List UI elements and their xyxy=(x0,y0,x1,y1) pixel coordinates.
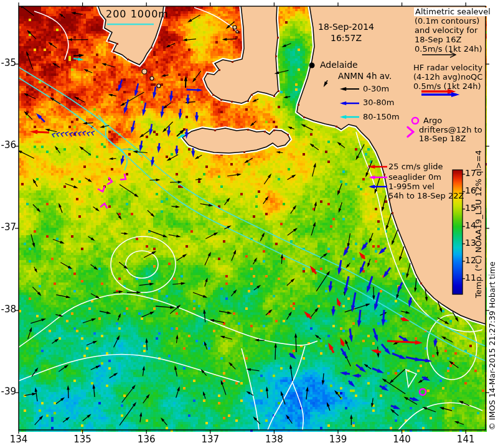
colorbar-tick-label: 16 xyxy=(465,186,476,195)
y-axis-tick-label: -37 xyxy=(0,223,16,231)
depth-contour-scalebar-label: 200 1000m xyxy=(106,10,169,19)
credit-text: © IMOS 14-Mar-2015 21:27:39 Hobart time xyxy=(488,261,497,430)
city-label-adelaide: Adelaide xyxy=(320,60,358,69)
alt-legend-line5: 0.5m/s (1kt 24h) xyxy=(415,45,482,54)
map-time: 16:57Z xyxy=(303,34,390,42)
colorbar-tick-label: 14 xyxy=(465,221,476,230)
x-axis-tick-label: 135 xyxy=(70,435,95,444)
x-axis-tick-label: 138 xyxy=(261,435,286,444)
hf-legend-line2: (4-12h avg)noQC xyxy=(413,73,482,82)
colorbar-tick-label: 11 xyxy=(465,273,476,282)
alt-legend-line4: 18-Sep 16Z xyxy=(415,35,461,44)
anmn-legend-title: ANMN 4h av. xyxy=(338,72,392,80)
drifter-legend-line1: drifters@12h to xyxy=(419,126,482,134)
colorbar-tick-label: 17 xyxy=(465,169,476,177)
anmn-legend-item-80-150m: 80-150m xyxy=(363,113,400,121)
colorbar-tick-label: 15 xyxy=(465,203,476,212)
alt-legend-line2: (0.1m contours) xyxy=(415,17,479,26)
sst-map-figure: 200 1000m 18-Sep-2014 16:57Z Adelaide AN… xyxy=(0,0,498,448)
glider-legend-line4: 54h to 18-Sep 22Z xyxy=(388,192,464,200)
y-axis-tick-label: -38 xyxy=(0,305,16,314)
glider-legend-line1: 25 cm/s glide xyxy=(388,162,443,171)
map-date: 18-Sep-2014 xyxy=(303,22,390,31)
x-axis-tick-label: 141 xyxy=(453,435,478,444)
hf-legend-line1: HF radar velocity xyxy=(413,63,482,72)
x-axis-tick-label: 136 xyxy=(134,435,159,444)
hf-legend-line3: 0.5m/s (1kt 24h) xyxy=(413,82,481,91)
argo-legend-label: Argo xyxy=(423,116,442,125)
drifter-legend-line2: 18-Sep 18Z xyxy=(419,134,466,143)
x-axis-tick-label: 134 xyxy=(6,435,31,444)
x-axis-tick-label: 139 xyxy=(326,435,350,444)
colorbar-tick-label: 13 xyxy=(465,238,476,247)
x-axis-tick-label: 140 xyxy=(390,435,415,444)
anmn-legend-item-30-80m: 30-80m xyxy=(363,98,394,107)
colorbar-tick-label: 12 xyxy=(465,256,476,264)
y-axis-tick-label: -36 xyxy=(0,141,16,149)
y-axis-tick-label: -39 xyxy=(0,387,16,396)
glider-legend-line3: 1-995m vel xyxy=(388,182,435,191)
y-axis-tick-label: -35 xyxy=(0,58,16,67)
alt-legend-line3: and velocity for xyxy=(415,26,477,35)
x-axis-tick-label: 137 xyxy=(198,435,223,444)
alt-legend-line1: Altimetric sealevel xyxy=(414,7,492,16)
glider-legend-line2: seaglider 0m xyxy=(388,173,441,182)
anmn-legend-item-0-30m: 0-30m xyxy=(363,85,389,93)
